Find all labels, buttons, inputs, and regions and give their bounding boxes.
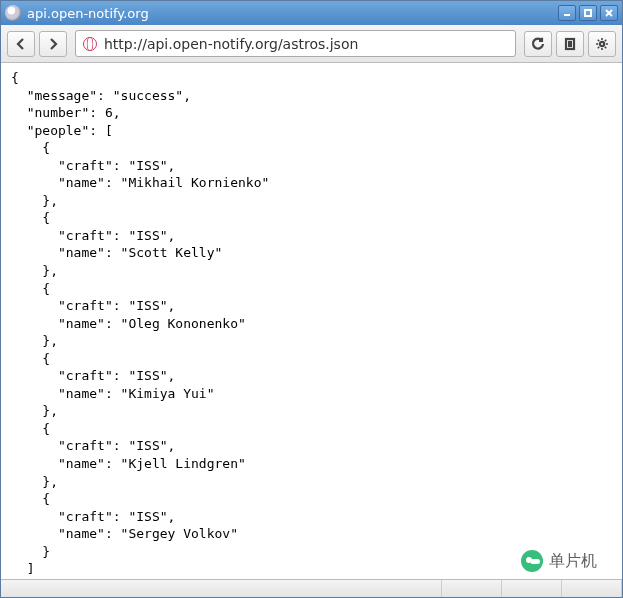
window-title: api.open-notify.org xyxy=(27,6,558,21)
settings-button[interactable] xyxy=(588,31,616,57)
svg-rect-1 xyxy=(585,10,591,16)
reload-button[interactable] xyxy=(524,31,552,57)
svg-line-13 xyxy=(598,39,599,40)
reader-mode-button[interactable] xyxy=(556,31,584,57)
svg-point-8 xyxy=(600,41,604,45)
toolbar: http://api.open-notify.org/astros.json xyxy=(1,25,622,63)
status-cell xyxy=(562,580,622,597)
svg-line-14 xyxy=(605,46,606,47)
url-bar[interactable]: http://api.open-notify.org/astros.json xyxy=(75,30,516,57)
back-button[interactable] xyxy=(7,31,35,57)
maximize-button[interactable] xyxy=(579,5,597,21)
titlebar: api.open-notify.org xyxy=(1,1,622,25)
status-cell xyxy=(502,580,562,597)
svg-line-15 xyxy=(605,39,606,40)
forward-button[interactable] xyxy=(39,31,67,57)
svg-line-16 xyxy=(598,46,599,47)
close-button[interactable] xyxy=(600,5,618,21)
status-cell xyxy=(442,580,502,597)
url-text: http://api.open-notify.org/astros.json xyxy=(104,36,509,52)
status-cell xyxy=(1,580,442,597)
window-favicon xyxy=(5,5,21,21)
browser-window: api.open-notify.org http://api.open-noti… xyxy=(0,0,623,598)
minimize-button[interactable] xyxy=(558,5,576,21)
site-identity-icon xyxy=(82,36,98,52)
statusbar xyxy=(1,579,622,597)
window-controls xyxy=(558,5,618,21)
json-response-body: { "message": "success", "number": 6, "pe… xyxy=(1,63,622,579)
